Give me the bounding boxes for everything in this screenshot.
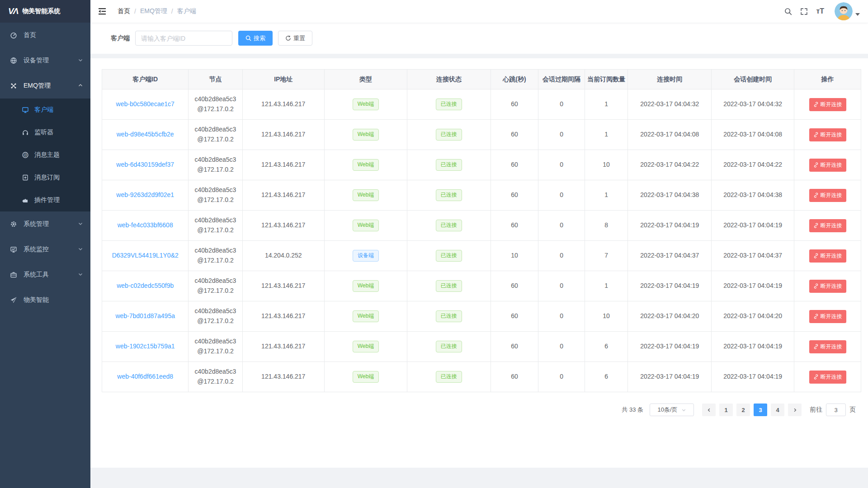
type-badge: Web端 [353,129,379,141]
table-row: web-d98e45b5cfb2ec40b2d8ea5c3@172.17.0.2… [102,120,861,150]
status-badge: 已连接 [436,310,462,322]
disconnect-button[interactable]: 断开连接 [809,219,846,232]
client-id-link[interactable]: D6329VL54419L1Y0&2 [112,252,179,259]
next-page-button[interactable] [788,404,802,416]
disconnect-button[interactable]: 断开连接 [809,371,846,384]
heartbeat-cell: 60 [491,211,538,241]
search-icon[interactable] [780,8,796,15]
heartbeat-cell: 60 [491,150,538,180]
sidebar-item-wumei-smart[interactable]: 物美智能 [0,287,90,313]
type-badge: Web端 [353,371,379,383]
client-id-input[interactable] [135,31,232,46]
client-id-link[interactable]: web-c02dedc550f9b [117,282,174,289]
reset-button[interactable]: 重置 [278,31,312,46]
heartbeat-cell: 60 [491,180,538,211]
ip-value: 121.43.146.217 [261,373,305,380]
connect-time-value: 2022-03-17 04:04:19 [640,343,699,350]
type-cell: Web端 [324,180,407,211]
client-id-link[interactable]: web-1902c15b759a1 [116,343,175,350]
fullscreen-icon[interactable] [796,8,812,15]
session-create-time-value: 2022-03-17 04:04:19 [723,373,782,380]
connect-time-value: 2022-03-17 04:04:19 [640,221,699,229]
sidebar-item-subscriptions[interactable]: 消息订阅 [0,166,90,189]
sidebar-item-emq[interactable]: EMQ管理 [0,73,90,99]
connect-time-value: 2022-03-17 04:04:22 [640,161,699,168]
breadcrumb-home[interactable]: 首页 [118,7,130,15]
disconnect-button[interactable]: 断开连接 [809,98,846,111]
client-id-cell: web-40f6df661eed8 [102,362,189,392]
sidebar-item-clients[interactable]: 客户端 [0,99,90,121]
broken-link-icon [813,253,819,258]
svg-text:@: @ [24,153,28,157]
client-id-link[interactable]: web-b0c580ecae1c7 [116,100,175,108]
status-cell: 已连接 [407,362,491,392]
heartbeat-value: 60 [511,131,518,138]
subscriptions-cell: 1 [585,120,628,150]
sidebar-collapse-button[interactable] [90,0,114,23]
connect-time-value: 2022-03-17 04:04:08 [640,131,699,138]
sidebar-item-system-admin[interactable]: 系统管理 [0,211,90,237]
jump-suffix-label: 页 [849,406,856,414]
main-area: 首页 / EMQ管理 / 客户端 тT 客户端 搜索 [90,0,868,488]
caret-down-icon[interactable] [855,13,860,16]
column-header: 节点 [189,70,242,89]
status-badge: 已连接 [436,99,462,110]
session-create-time-cell: 2022-03-17 04:04:37 [712,241,794,271]
sidebar-item-label: 首页 [24,31,36,39]
page-button-2[interactable]: 2 [736,404,750,416]
ip-cell: 121.43.146.217 [242,332,324,362]
page-button-3-active[interactable]: 3 [754,404,767,416]
sidebar-item-devices[interactable]: 设备管理 [0,48,90,73]
jump-page-input[interactable] [826,404,846,416]
page-button-1[interactable]: 1 [719,404,733,416]
subscriptions-cell: 6 [585,362,628,392]
paper-plane-icon [10,296,17,304]
page-button-4[interactable]: 4 [771,404,784,416]
client-id-link[interactable]: web-fe4c033bf6608 [118,221,173,229]
table-row: web-b0c580ecae1c7c40b2d8ea5c3@172.17.0.2… [102,89,861,120]
expiry-cell: 0 [538,362,585,392]
disconnect-button[interactable]: 断开连接 [809,280,846,293]
disconnect-button[interactable]: 断开连接 [809,340,846,353]
heartbeat-value: 60 [511,161,518,168]
search-button[interactable]: 搜索 [238,31,273,46]
disconnect-button[interactable]: 断开连接 [809,249,846,263]
sidebar-item-plugins[interactable]: 插件管理 [0,189,90,211]
page-background [90,468,868,488]
table-row: web-1902c15b759a1c40b2d8ea5c3@172.17.0.2… [102,332,861,362]
session-create-time-value: 2022-03-17 04:04:37 [723,252,782,259]
client-id-link[interactable]: web-40f6df661eed8 [117,373,173,380]
logo-bar[interactable]: VΛ 物美智能系统 [0,0,90,23]
disconnect-button[interactable]: 断开连接 [809,189,846,202]
sidebar-item-home[interactable]: 首页 [0,23,90,48]
column-header: 客户端ID [102,70,189,89]
sidebar-item-topics[interactable]: @ 消息主题 [0,144,90,166]
sidebar-item-system-tools[interactable]: 系统工具 [0,262,90,287]
session-create-time-cell: 2022-03-17 04:04:38 [712,180,794,211]
sidebar: VΛ 物美智能系统 首页 设备管理 EMQ管理 [0,0,90,488]
page-size-select[interactable]: 10条/页 [650,404,694,416]
client-id-link[interactable]: web-7bd01d87a495a [115,312,175,319]
subscriptions-cell: 10 [585,301,628,332]
disconnect-button-label: 断开连接 [821,313,842,320]
disconnect-button[interactable]: 断开连接 [809,128,846,141]
gear-icon [10,221,17,228]
client-id-link[interactable]: web-6d430159def37 [116,161,174,168]
sidebar-item-listeners[interactable]: 监听器 [0,121,90,144]
ip-value: 14.204.0.252 [265,252,302,259]
client-id-link[interactable]: web-d98e45b5cfb2e [117,131,174,138]
font-size-icon[interactable]: тT [812,7,828,15]
avatar[interactable] [835,2,853,20]
session-create-time-value: 2022-03-17 04:04:08 [723,131,782,138]
subscriptions-value: 6 [604,343,608,350]
client-id-label: 客户端 [111,34,130,42]
prev-page-button[interactable] [702,404,716,416]
status-cell: 已连接 [407,332,491,362]
connect-time-cell: 2022-03-17 04:04:08 [628,120,712,150]
type-badge: 设备端 [353,250,379,262]
sidebar-item-system-monitor[interactable]: 系统监控 [0,237,90,262]
disconnect-button[interactable]: 断开连接 [809,159,846,172]
chevron-down-icon [78,221,83,228]
client-id-link[interactable]: web-9263d2d9f02e1 [116,191,174,198]
disconnect-button[interactable]: 断开连接 [809,310,846,323]
